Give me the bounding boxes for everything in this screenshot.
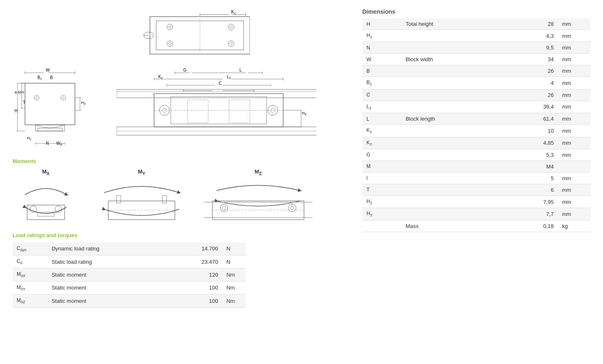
dim-value: 26 [503, 89, 558, 101]
front-view-svg: W 4-M×l B B1 H H1 T [12, 67, 108, 150]
main-container: K1 [0, 0, 603, 316]
moment-mz: MZ [204, 168, 312, 224]
dim-value: 7,95 [503, 196, 558, 208]
ratings-row: M0X Static moment 120 Nm [12, 268, 246, 281]
dim-symbol: L1 [362, 101, 401, 113]
dim-description [401, 172, 503, 184]
dim-unit: mm [558, 30, 591, 42]
rating-description: Dynamic load rating [47, 243, 176, 255]
dim-unit: mm [558, 89, 591, 101]
svg-text:G: G [183, 68, 187, 72]
mx-label: MX [42, 168, 50, 176]
moments-row: MX [12, 168, 346, 224]
svg-point-101 [289, 204, 296, 212]
svg-rect-95 [117, 196, 121, 203]
dim-value: 39,4 [503, 101, 558, 113]
svg-text:4-M×l: 4-M×l [15, 90, 24, 94]
dim-symbol: H3 [362, 208, 401, 220]
svg-point-13 [228, 41, 234, 47]
dim-value: 5,3 [503, 149, 558, 161]
dim-value: 7,7 [503, 208, 558, 220]
dim-unit: kg [558, 220, 591, 232]
dim-description: Block width [401, 54, 503, 65]
svg-point-9 [228, 24, 234, 30]
dim-value: 61,4 [503, 113, 558, 125]
dim-symbol: C [362, 89, 401, 101]
dim-unit: mm [558, 137, 591, 149]
rating-description: Static moment [47, 281, 176, 294]
rating-symbol: Cdyn [12, 243, 47, 255]
svg-point-100 [222, 206, 226, 210]
svg-text:C: C [219, 81, 222, 86]
dim-symbol: l [362, 172, 401, 184]
svg-text:W: W [46, 68, 50, 72]
dim-description [401, 77, 503, 89]
svg-rect-47 [37, 128, 62, 131]
rating-symbol: M0X [12, 268, 47, 281]
dim-unit: mm [558, 65, 591, 77]
dim-row: H3 7,7 mm [362, 208, 591, 220]
svg-point-8 [169, 26, 171, 28]
dim-value: 4,85 [503, 137, 558, 149]
dim-unit: mm [558, 101, 591, 113]
dim-description [401, 30, 503, 42]
dim-row: M M4 [362, 161, 591, 172]
svg-rect-81 [187, 100, 208, 123]
dim-row: N 9,5 mm [362, 42, 591, 54]
side-view-svg: G L L1 C K2 H3 [117, 67, 316, 150]
dim-value: 6 [503, 184, 558, 196]
rating-unit: Nm [222, 281, 246, 294]
dim-symbol: N [362, 42, 401, 54]
top-view-svg: K1 [108, 8, 250, 62]
svg-text:B: B [50, 75, 53, 80]
dim-symbol: K1 [362, 125, 401, 137]
dim-symbol: G [362, 149, 401, 161]
svg-rect-94 [108, 201, 175, 220]
moment-mx: MX [12, 168, 79, 224]
dim-symbol: H [362, 18, 401, 30]
load-ratings-title: Load ratings and torques [12, 232, 346, 238]
rating-symbol: M0Z [12, 295, 47, 307]
svg-point-11 [167, 41, 173, 47]
rating-unit: N [222, 255, 246, 268]
ratings-row: M0Z Static moment 100 Nm [12, 295, 246, 307]
dim-description [401, 42, 503, 54]
dim-row: K1 10 mm [362, 125, 591, 137]
dim-unit: mm [558, 77, 591, 89]
dim-unit: mm [558, 42, 591, 54]
svg-text:B1: B1 [37, 75, 42, 80]
dimensions-table: H Total height 28 mm H1 4,3 mm N 9,5 mm … [362, 18, 591, 232]
svg-point-91 [30, 206, 37, 213]
ratings-row: C0 Static load rating 23.470 N [12, 255, 246, 268]
svg-text:K2: K2 [158, 74, 163, 79]
rating-value: 23.470 [176, 255, 222, 268]
dim-description [401, 89, 503, 101]
dim-description: Total height [401, 18, 503, 30]
svg-point-45 [61, 95, 66, 100]
load-ratings-section: Load ratings and torques Cdyn Dynamic lo… [12, 232, 346, 308]
dim-row: G 5,3 mm [362, 149, 591, 161]
rating-description: Static moment [47, 295, 176, 307]
moments-section: Moments MX [12, 158, 346, 224]
ratings-table: Cdyn Dynamic load rating 14.700 N C0 Sta… [12, 243, 246, 308]
dim-symbol: B [362, 65, 401, 77]
svg-point-12 [169, 42, 171, 45]
svg-point-10 [230, 26, 232, 28]
svg-text:N: N [46, 141, 49, 146]
dim-description [401, 161, 503, 172]
rating-symbol: C0 [12, 255, 47, 268]
svg-point-14 [230, 42, 232, 45]
drawings-area: K1 [12, 8, 346, 150]
moment-my: MY [96, 168, 187, 224]
dim-symbol: L [362, 113, 401, 125]
my-label: MY [138, 168, 145, 176]
dim-description [401, 208, 503, 220]
dim-row: Mass 0,18 kg [362, 220, 591, 232]
drawing-top-view: K1 [12, 8, 346, 62]
dim-value: 0,18 [503, 220, 558, 232]
dim-unit: mm [558, 113, 591, 125]
svg-point-44 [36, 97, 38, 99]
dim-row: C 26 mm [362, 89, 591, 101]
dim-row: K2 4,85 mm [362, 137, 591, 149]
svg-rect-32 [25, 83, 75, 125]
